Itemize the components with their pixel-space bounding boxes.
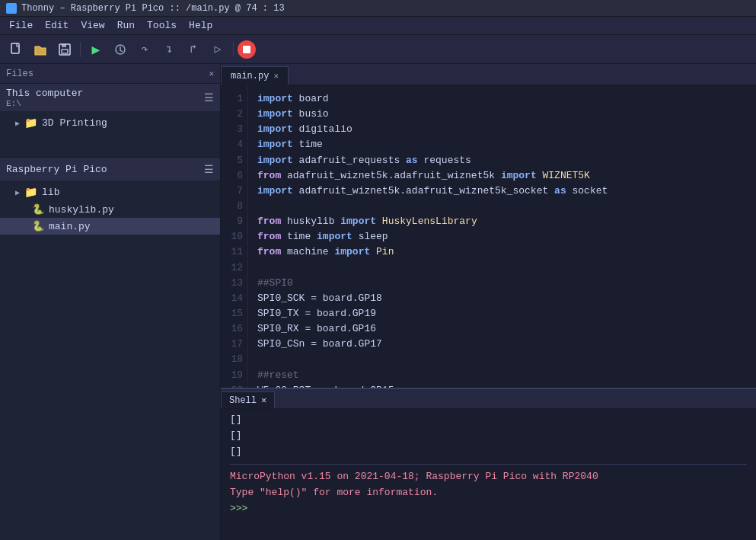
shell-tab-close-icon[interactable]: ✕ [261, 395, 266, 406]
editor-tab-main[interactable]: main.py ✕ [221, 66, 289, 85]
shell-info-line-1: MicroPython v1.15 on 2021-04-18; Raspber… [230, 469, 747, 485]
shell-info-line-2: Type "help()" for more information. [230, 485, 747, 501]
rpi-header: Raspberry Pi Pico ☰ [0, 158, 220, 181]
folder-3d-printing[interactable]: ▶ 📁 3D Printing [0, 114, 220, 132]
title-text: Thonny – Raspberry Pi Pico :: /main.py @… [21, 3, 285, 14]
code-line-10: from time import sleep [257, 229, 747, 244]
file-huskylib[interactable]: 🐍 huskylib.py [0, 201, 220, 218]
lib-folder-icon: 📁 [24, 186, 37, 199]
svg-rect-3 [62, 50, 68, 53]
folder-lib[interactable]: ▶ 📁 lib [0, 184, 220, 201]
code-line-12 [257, 260, 747, 276]
shell-tab-bar: Shell ✕ [221, 389, 756, 409]
code-line-4: import time [257, 137, 747, 152]
shell-prompt[interactable]: >>> [230, 501, 747, 517]
code-line-14: SPI0_SCK = board.GP18 [257, 291, 747, 306]
folder-icon: 📁 [24, 117, 37, 129]
menu-file[interactable]: File [3, 18, 39, 33]
menu-view[interactable]: View [75, 18, 110, 33]
folder-name: 3D Printing [42, 117, 107, 129]
stop-button[interactable] [238, 40, 256, 59]
menu-run[interactable]: Run [111, 18, 141, 33]
code-line-15: SPI0_TX = board.GP19 [257, 306, 747, 321]
code-line-6: from adafruit_wiznet5k.adafruit_wiznet5k… [257, 168, 747, 184]
code-editor[interactable]: 1 2 3 4 5 6 7 8 9 10 11 12 13 14 15 16 1… [221, 85, 756, 388]
shell-content[interactable]: [] [] [] MicroPython v1.15 on 2021-04-18… [221, 409, 756, 540]
code-content[interactable]: import board import busio import digital… [248, 85, 756, 388]
menu-edit[interactable]: Edit [39, 18, 75, 33]
this-computer-menu-icon[interactable]: ☰ [204, 91, 214, 104]
this-computer-path: E:\ [6, 99, 83, 108]
step-over-button[interactable]: ↷ [133, 39, 156, 60]
shell-tab[interactable]: Shell ✕ [221, 391, 275, 408]
code-line-8 [257, 199, 747, 214]
files-panel-title: Files [6, 69, 33, 79]
rpi-menu-icon[interactable]: ☰ [204, 163, 214, 176]
rpi-title: Raspberry Pi Pico [6, 164, 107, 175]
step-out-button[interactable]: ↱ [182, 39, 205, 60]
shell-line-1: [] [230, 428, 747, 444]
svg-rect-2 [62, 44, 66, 47]
editor-area: main.py ✕ 1 2 3 4 5 6 7 8 9 10 11 12 13 … [221, 64, 756, 540]
code-line-13: ##SPI0 [257, 276, 747, 291]
new-file-button[interactable] [5, 39, 27, 60]
resume-button[interactable]: ▷ [206, 39, 229, 60]
code-line-3: import digitalio [257, 122, 747, 137]
menu-tools[interactable]: Tools [141, 18, 183, 33]
rpi-tree: ▶ 📁 lib 🐍 huskylib.py 🐍 main.py [0, 181, 220, 238]
file-main[interactable]: 🐍 main.py [0, 218, 220, 235]
this-computer-labels: This computer E:\ [6, 88, 83, 108]
huskylib-filename: huskylib.py [49, 204, 114, 216]
lib-expand-arrow-icon: ▶ [15, 188, 20, 197]
svg-rect-0 [11, 43, 19, 53]
expand-arrow-icon: ▶ [15, 119, 20, 128]
files-panel-header: Files ✕ [0, 64, 220, 84]
app-icon [6, 3, 17, 14]
step-into-button[interactable]: ↴ [158, 39, 180, 60]
files-panel-close[interactable]: ✕ [209, 69, 214, 78]
editor-tab-close-icon[interactable]: ✕ [273, 71, 279, 81]
code-line-19: ##reset [257, 368, 747, 383]
menu-help[interactable]: Help [183, 18, 219, 33]
shell-area: Shell ✕ [] [] [] MicroPython v1.15 on 20… [221, 388, 756, 540]
huskylib-py-icon: 🐍 [32, 203, 44, 216]
code-line-9: from huskylib import HuskyLensLibrary [257, 214, 747, 229]
shell-separator [230, 464, 747, 465]
code-line-5: import adafruit_requests as requests [257, 153, 747, 168]
toolbar-separator-1 [80, 42, 81, 57]
files-panel-title-area: Files [6, 69, 33, 79]
code-line-2: import busio [257, 107, 747, 122]
code-line-11: from machine import Pin [257, 244, 747, 260]
rpi-section: Raspberry Pi Pico ☰ ▶ 📁 lib 🐍 huskylib.p… [0, 158, 220, 540]
main-py-icon: 🐍 [32, 220, 44, 232]
toolbar: ▶ ↷ ↴ ↱ ▷ [0, 35, 756, 64]
this-computer-section: This computer E:\ ☰ ▶ 📁 3D Printing [0, 84, 220, 158]
shell-line-prev: [] [230, 412, 747, 428]
run-button[interactable]: ▶ [85, 39, 107, 60]
this-computer-title: This computer [6, 88, 83, 99]
code-line-7: import adafruit_wiznet5k.adafruit_wiznet… [257, 184, 747, 199]
code-line-1: import board [257, 91, 747, 107]
editor-tab-label: main.py [231, 71, 269, 81]
debug-button[interactable] [109, 39, 132, 60]
editor-tab-bar: main.py ✕ [221, 64, 756, 85]
main-layout: Files ✕ This computer E:\ ☰ ▶ 📁 3D Print… [0, 64, 756, 540]
this-computer-header: This computer E:\ ☰ [0, 84, 220, 111]
shell-line-2: [] [230, 444, 747, 460]
title-bar: Thonny – Raspberry Pi Pico :: /main.py @… [0, 0, 756, 17]
stop-icon [243, 46, 250, 53]
lib-folder-name: lib [42, 187, 59, 198]
code-line-17: SPI0_CSn = board.GP17 [257, 337, 747, 352]
save-file-button[interactable] [53, 39, 76, 60]
sidebar: Files ✕ This computer E:\ ☰ ▶ 📁 3D Print… [0, 64, 221, 540]
menu-bar: File Edit View Run Tools Help [0, 17, 756, 35]
shell-tab-label: Shell [229, 395, 257, 406]
line-numbers: 1 2 3 4 5 6 7 8 9 10 11 12 13 14 15 16 1… [221, 85, 248, 388]
toolbar-separator-2 [233, 42, 234, 57]
code-line-16: SPI0_RX = board.GP16 [257, 321, 747, 337]
open-file-button[interactable] [29, 39, 52, 60]
code-line-18 [257, 352, 747, 367]
this-computer-tree: ▶ 📁 3D Printing [0, 111, 220, 157]
main-filename: main.py [49, 221, 91, 232]
